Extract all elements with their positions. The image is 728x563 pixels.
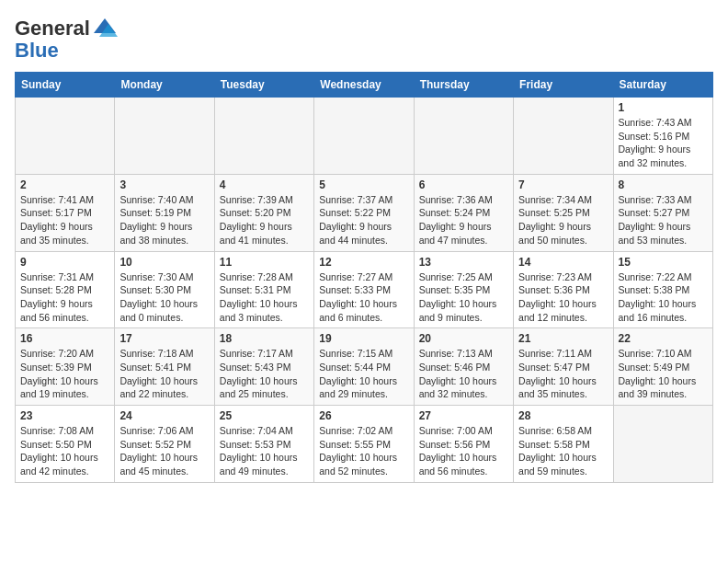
day-info: Sunrise: 7:06 AM Sunset: 5:52 PM Dayligh…: [119, 424, 209, 478]
day-cell: 4Sunrise: 7:39 AM Sunset: 5:20 PM Daylig…: [214, 174, 313, 251]
day-cell: 16Sunrise: 7:20 AM Sunset: 5:39 PM Dayli…: [16, 328, 115, 406]
day-number: 12: [319, 256, 408, 269]
day-number: 20: [419, 332, 508, 345]
day-cell: 5Sunrise: 7:37 AM Sunset: 5:22 PM Daylig…: [314, 174, 414, 251]
day-number: 7: [518, 178, 608, 191]
calendar-body: 1Sunrise: 7:43 AM Sunset: 5:16 PM Daylig…: [16, 98, 713, 483]
day-info: Sunrise: 7:31 AM Sunset: 5:28 PM Dayligh…: [20, 270, 109, 325]
day-cell: 23Sunrise: 7:08 AM Sunset: 5:50 PM Dayli…: [16, 406, 115, 483]
week-row-1: 1Sunrise: 7:43 AM Sunset: 5:16 PM Daylig…: [16, 98, 713, 175]
day-info: Sunrise: 7:23 AM Sunset: 5:36 PM Dayligh…: [518, 270, 608, 325]
logo: General Blue: [15, 15, 118, 63]
logo-icon: [92, 15, 118, 40]
day-info: Sunrise: 7:30 AM Sunset: 5:30 PM Dayligh…: [119, 270, 209, 325]
day-cell: 28Sunrise: 6:58 AM Sunset: 5:58 PM Dayli…: [514, 406, 613, 483]
day-number: 3: [119, 178, 209, 191]
day-cell: [115, 98, 214, 175]
day-info: Sunrise: 7:34 AM Sunset: 5:25 PM Dayligh…: [518, 193, 608, 247]
day-cell: [613, 406, 712, 483]
day-cell: 24Sunrise: 7:06 AM Sunset: 5:52 PM Dayli…: [115, 406, 214, 483]
weekday-header-wednesday: Wednesday: [314, 73, 414, 98]
day-cell: 20Sunrise: 7:13 AM Sunset: 5:46 PM Dayli…: [414, 328, 513, 406]
day-info: Sunrise: 7:00 AM Sunset: 5:56 PM Dayligh…: [419, 424, 508, 478]
weekday-header-saturday: Saturday: [613, 73, 712, 98]
day-info: Sunrise: 7:08 AM Sunset: 5:50 PM Dayligh…: [20, 424, 109, 478]
calendar-header: SundayMondayTuesdayWednesdayThursdayFrid…: [16, 73, 713, 98]
logo-text: General: [15, 18, 90, 39]
day-number: 28: [518, 409, 608, 422]
day-number: 9: [20, 256, 109, 269]
day-number: 4: [220, 178, 309, 191]
day-cell: 17Sunrise: 7:18 AM Sunset: 5:41 PM Dayli…: [115, 328, 214, 406]
day-cell: 19Sunrise: 7:15 AM Sunset: 5:44 PM Dayli…: [314, 328, 414, 406]
day-number: 14: [518, 256, 608, 269]
day-number: 27: [419, 409, 508, 422]
day-info: Sunrise: 7:20 AM Sunset: 5:39 PM Dayligh…: [20, 347, 109, 401]
day-info: Sunrise: 7:11 AM Sunset: 5:47 PM Dayligh…: [518, 347, 608, 401]
day-cell: 26Sunrise: 7:02 AM Sunset: 5:55 PM Dayli…: [314, 406, 414, 483]
day-cell: 7Sunrise: 7:34 AM Sunset: 5:25 PM Daylig…: [514, 174, 613, 251]
day-info: Sunrise: 7:43 AM Sunset: 5:16 PM Dayligh…: [619, 116, 708, 170]
week-row-5: 23Sunrise: 7:08 AM Sunset: 5:50 PM Dayli…: [16, 406, 713, 483]
day-info: Sunrise: 7:18 AM Sunset: 5:41 PM Dayligh…: [119, 347, 209, 401]
day-number: 8: [619, 178, 708, 191]
page-header: General Blue: [15, 15, 713, 63]
day-info: Sunrise: 7:27 AM Sunset: 5:33 PM Dayligh…: [319, 270, 408, 325]
day-info: Sunrise: 7:04 AM Sunset: 5:53 PM Dayligh…: [220, 424, 309, 478]
day-info: Sunrise: 7:13 AM Sunset: 5:46 PM Dayligh…: [419, 347, 508, 401]
day-cell: 15Sunrise: 7:22 AM Sunset: 5:38 PM Dayli…: [613, 251, 712, 328]
day-cell: 8Sunrise: 7:33 AM Sunset: 5:27 PM Daylig…: [613, 174, 712, 251]
day-info: Sunrise: 7:15 AM Sunset: 5:44 PM Dayligh…: [319, 347, 408, 401]
day-info: Sunrise: 7:41 AM Sunset: 5:17 PM Dayligh…: [20, 193, 109, 247]
day-cell: 6Sunrise: 7:36 AM Sunset: 5:24 PM Daylig…: [414, 174, 513, 251]
day-cell: 21Sunrise: 7:11 AM Sunset: 5:47 PM Dayli…: [514, 328, 613, 406]
day-cell: 27Sunrise: 7:00 AM Sunset: 5:56 PM Dayli…: [414, 406, 513, 483]
day-cell: [514, 98, 613, 175]
day-info: Sunrise: 7:37 AM Sunset: 5:22 PM Dayligh…: [319, 193, 408, 247]
day-info: Sunrise: 7:25 AM Sunset: 5:35 PM Dayligh…: [419, 270, 508, 325]
day-cell: 14Sunrise: 7:23 AM Sunset: 5:36 PM Dayli…: [514, 251, 613, 328]
day-cell: 25Sunrise: 7:04 AM Sunset: 5:53 PM Dayli…: [214, 406, 313, 483]
day-number: 15: [619, 256, 708, 269]
day-info: Sunrise: 7:10 AM Sunset: 5:49 PM Dayligh…: [619, 347, 708, 401]
day-info: Sunrise: 7:40 AM Sunset: 5:19 PM Dayligh…: [119, 193, 209, 247]
day-info: Sunrise: 7:17 AM Sunset: 5:43 PM Dayligh…: [220, 347, 309, 401]
day-cell: 3Sunrise: 7:40 AM Sunset: 5:19 PM Daylig…: [115, 174, 214, 251]
day-info: Sunrise: 7:22 AM Sunset: 5:38 PM Dayligh…: [619, 270, 708, 325]
day-cell: 9Sunrise: 7:31 AM Sunset: 5:28 PM Daylig…: [16, 251, 115, 328]
day-number: 6: [419, 178, 508, 191]
day-number: 11: [220, 256, 309, 269]
weekday-header-monday: Monday: [115, 73, 214, 98]
day-info: Sunrise: 7:02 AM Sunset: 5:55 PM Dayligh…: [319, 424, 408, 478]
logo-blue: Blue: [15, 39, 118, 63]
day-number: 22: [619, 332, 708, 345]
day-number: 16: [20, 332, 109, 345]
day-cell: 1Sunrise: 7:43 AM Sunset: 5:16 PM Daylig…: [613, 98, 712, 175]
day-cell: [214, 98, 313, 175]
day-info: Sunrise: 7:39 AM Sunset: 5:20 PM Dayligh…: [220, 193, 309, 247]
day-info: Sunrise: 7:33 AM Sunset: 5:27 PM Dayligh…: [619, 193, 708, 247]
day-number: 1: [619, 101, 708, 114]
day-cell: 2Sunrise: 7:41 AM Sunset: 5:17 PM Daylig…: [16, 174, 115, 251]
week-row-4: 16Sunrise: 7:20 AM Sunset: 5:39 PM Dayli…: [16, 328, 713, 406]
day-number: 2: [20, 178, 109, 191]
calendar: SundayMondayTuesdayWednesdayThursdayFrid…: [15, 72, 713, 483]
day-number: 23: [20, 409, 109, 422]
day-info: Sunrise: 6:58 AM Sunset: 5:58 PM Dayligh…: [518, 424, 608, 478]
day-cell: 11Sunrise: 7:28 AM Sunset: 5:31 PM Dayli…: [214, 251, 313, 328]
day-cell: 22Sunrise: 7:10 AM Sunset: 5:49 PM Dayli…: [613, 328, 712, 406]
day-number: 24: [119, 409, 209, 422]
week-row-3: 9Sunrise: 7:31 AM Sunset: 5:28 PM Daylig…: [16, 251, 713, 328]
day-number: 13: [419, 256, 508, 269]
day-number: 21: [518, 332, 608, 345]
day-cell: [314, 98, 414, 175]
day-cell: [414, 98, 513, 175]
day-cell: 10Sunrise: 7:30 AM Sunset: 5:30 PM Dayli…: [115, 251, 214, 328]
day-cell: 18Sunrise: 7:17 AM Sunset: 5:43 PM Dayli…: [214, 328, 313, 406]
day-info: Sunrise: 7:28 AM Sunset: 5:31 PM Dayligh…: [220, 270, 309, 325]
day-info: Sunrise: 7:36 AM Sunset: 5:24 PM Dayligh…: [419, 193, 508, 247]
weekday-header-thursday: Thursday: [414, 73, 513, 98]
weekday-header-sunday: Sunday: [16, 73, 115, 98]
day-number: 18: [220, 332, 309, 345]
day-cell: 12Sunrise: 7:27 AM Sunset: 5:33 PM Dayli…: [314, 251, 414, 328]
